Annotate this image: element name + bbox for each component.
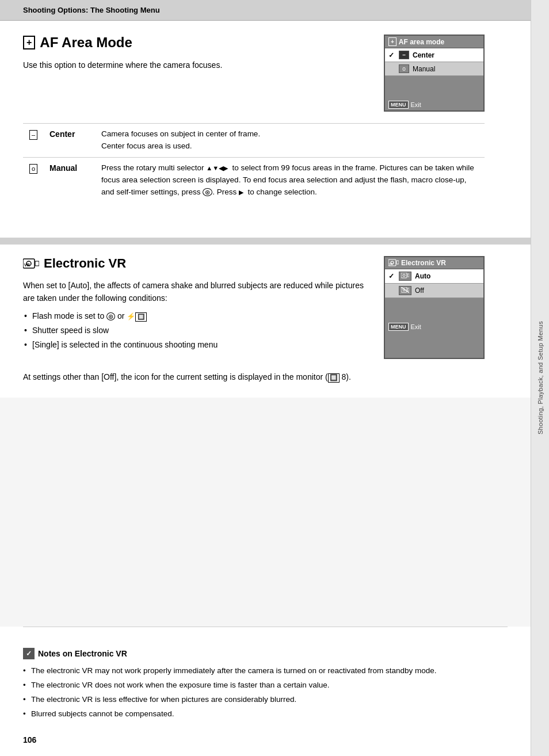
af-menu-header: + AF area mode: [385, 36, 483, 48]
page-header: Shooting Options: The Shooting Menu: [0, 0, 531, 21]
center-option-label: Center: [44, 124, 96, 158]
at-settings-text: At settings other than [Off], the icon f…: [23, 371, 485, 383]
af-icon: +: [23, 36, 35, 49]
af-menu-item-center[interactable]: ✓ – Center: [385, 48, 483, 62]
auto-label: Auto: [415, 272, 430, 280]
manual-icon: o: [399, 64, 409, 73]
af-description: Use this option to determine where the c…: [23, 59, 372, 71]
evr-menu-item-off[interactable]: Off: [385, 284, 483, 298]
check-icon: ✓: [388, 51, 395, 59]
off-label: Off: [415, 287, 424, 295]
manual-label: Manual: [413, 65, 435, 73]
notes-divider: [23, 627, 508, 627]
evr-menu-header: VR Electronic VR: [385, 257, 483, 269]
svg-text:VR: VR: [389, 263, 393, 266]
af-menu-title: AF area mode: [399, 38, 444, 46]
svg-rect-6: [396, 261, 399, 264]
svg-text:VR: VR: [24, 263, 30, 267]
page-number: 106: [0, 731, 531, 756]
note-item-2: The electronic VR does not work when the…: [23, 678, 508, 693]
note-item-3: The electronic VR is less effective for …: [23, 693, 508, 707]
evr-menu-footer: MENU Exit: [385, 321, 483, 333]
svg-point-9: [403, 274, 405, 276]
evr-section: VR Electronic VR When set to [Auto], the…: [0, 245, 508, 398]
evr-title: VR Electronic VR: [23, 256, 372, 271]
condition-shutter: Shutter speed is slow: [23, 323, 372, 338]
af-menu-footer: MENU Exit: [385, 99, 483, 110]
header-title: Shooting Options: The Shooting Menu: [23, 6, 160, 14]
notes-title: ✓ Notes on Electronic VR: [23, 648, 508, 659]
center-option-icon-cell: –: [23, 124, 44, 158]
svg-rect-10: [407, 274, 409, 277]
section-separator: [0, 238, 531, 245]
evr-menu-spacer: [385, 298, 483, 321]
condition-flash: Flash mode is set to ⊛ or ⚡🔲: [23, 309, 372, 323]
af-menu-item-manual[interactable]: o Manual: [385, 62, 483, 76]
af-options-table: – Center Camera focuses on subject in ce…: [23, 123, 485, 203]
evr-menu-item-auto[interactable]: ✓ Auto: [385, 269, 483, 284]
manual-option-row: o Manual Press the rotary multi selector…: [23, 157, 485, 203]
af-area-mode-section: + AF Area Mode Use this option to determ…: [23, 35, 485, 112]
sidebar-label: Shooting, Playback, and Setup Menus: [537, 321, 544, 434]
notes-title-text: Notes on Electronic VR: [38, 649, 127, 658]
af-menu-icon: +: [388, 37, 396, 46]
manual-option-icon: o: [29, 164, 37, 174]
evr-exit-label: Exit: [411, 323, 421, 330]
center-option-icon: –: [29, 130, 37, 140]
evr-conditions-list: Flash mode is set to ⊛ or ⚡🔲 Shutter spe…: [23, 309, 372, 352]
manual-option-icon-cell: o: [23, 157, 44, 203]
af-exit-label: Exit: [411, 101, 421, 108]
af-menu-spacer: [385, 76, 483, 99]
svg-rect-8: [401, 273, 407, 278]
sidebar: Shooting, Playback, and Setup Menus: [531, 0, 549, 756]
evr-body: VR Electronic VR When set to [Auto], the…: [23, 256, 485, 360]
evr-menu: VR Electronic VR ✓: [384, 256, 485, 360]
center-label: Center: [413, 51, 434, 59]
evr-check: ✓: [388, 272, 395, 280]
af-title-text: AF Area Mode: [40, 35, 132, 51]
svg-rect-13: [407, 288, 409, 291]
evr-title-text: Electronic VR: [44, 256, 126, 271]
evr-desc: When set to [Auto], the affects of camer…: [23, 279, 372, 305]
off-icon: [399, 286, 411, 295]
svg-rect-2: [35, 261, 39, 266]
manual-option-label: Manual: [44, 157, 96, 203]
main-content: + AF Area Mode Use this option to determ…: [0, 21, 508, 228]
condition-single: [Single] is selected in the continuous s…: [23, 338, 372, 352]
evr-menu-btn: MENU: [388, 323, 409, 331]
note-item-4: Blurred subjects cannot be compensated.: [23, 707, 508, 721]
evr-menu-title: Electronic VR: [401, 259, 446, 267]
notes-section: ✓ Notes on Electronic VR The electronic …: [0, 639, 531, 731]
af-area-mode-title: + AF Area Mode: [23, 35, 372, 51]
center-option-desc: Camera focuses on subject in center of f…: [96, 124, 485, 158]
center-icon: –: [399, 51, 409, 59]
notes-list: The electronic VR may not work properly …: [23, 664, 508, 721]
af-menu: + AF area mode ✓ – Center o Manual: [384, 35, 485, 112]
notes-check-icon: ✓: [23, 648, 35, 659]
evr-icon: VR: [23, 257, 39, 270]
note-item-1: The electronic VR may not work properly …: [23, 664, 508, 678]
manual-option-desc: Press the rotary multi selector ▲▼◀▶ to …: [96, 157, 485, 203]
bottom-spacer: [0, 398, 531, 627]
auto-icon: [399, 272, 411, 281]
menu-btn: MENU: [388, 101, 409, 109]
center-option-row: – Center Camera focuses on subject in ce…: [23, 124, 485, 158]
